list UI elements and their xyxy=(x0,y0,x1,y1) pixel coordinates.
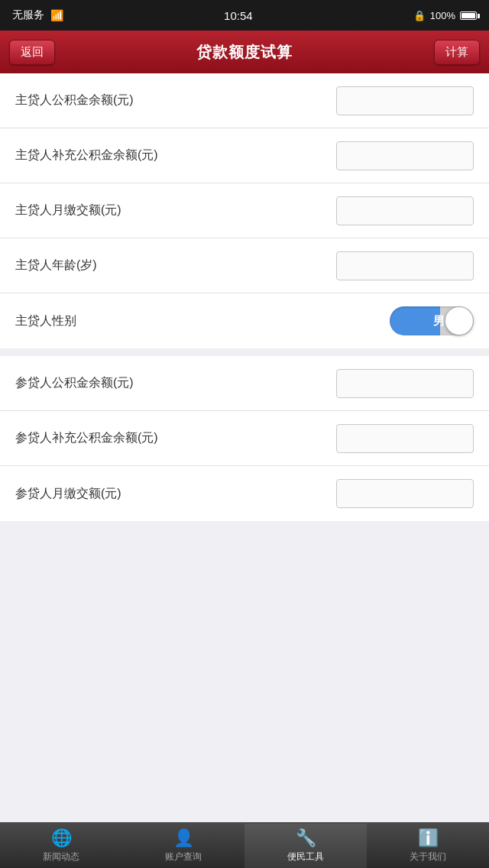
calc-button[interactable]: 计算 xyxy=(434,40,480,65)
toggle-knob xyxy=(445,307,473,335)
battery-text: 100% xyxy=(430,10,455,21)
input-co-monthly[interactable] xyxy=(336,479,474,508)
section-primary-borrower: 主贷人公积金余额(元) 主贷人补充公积金余额(元) 主贷人月缴交额(元) 主贷人… xyxy=(0,73,489,348)
signal-text: 无服务 xyxy=(12,8,44,22)
label-co-monthly: 参贷人月缴交额(元) xyxy=(15,486,121,502)
row-co-provident: 参贷人公积金余额(元) xyxy=(0,356,489,411)
tools-icon: 🔧 xyxy=(296,828,316,848)
status-bar: 无服务 📶 10:54 🔒 100% xyxy=(0,0,489,31)
gender-toggle[interactable]: 男 xyxy=(390,306,474,335)
label-main-gender: 主贷人性别 xyxy=(15,313,76,329)
status-time: 10:54 xyxy=(224,9,253,22)
account-icon: 👤 xyxy=(173,828,194,848)
input-main-age[interactable] xyxy=(336,251,474,280)
label-main-monthly: 主贷人月缴交额(元) xyxy=(15,202,121,219)
wifi-icon: 📶 xyxy=(50,9,63,21)
row-main-age: 主贷人年龄(岁) xyxy=(0,238,489,293)
row-co-supplement: 参贷人补充公积金余额(元) xyxy=(0,411,489,466)
tab-about-label: 关于我们 xyxy=(410,850,446,863)
input-main-monthly[interactable] xyxy=(336,196,474,225)
battery-icon xyxy=(460,11,477,20)
input-co-provident[interactable] xyxy=(336,369,474,398)
input-main-provident[interactable] xyxy=(336,86,474,115)
tab-news-label: 新闻动态 xyxy=(43,850,79,863)
lock-icon: 🔒 xyxy=(413,10,426,21)
tab-tools-label: 便民工具 xyxy=(287,850,324,863)
row-main-monthly: 主贷人月缴交额(元) xyxy=(0,183,489,238)
news-icon: 🌐 xyxy=(51,828,72,848)
row-co-monthly: 参贷人月缴交额(元) xyxy=(0,466,489,521)
label-main-age: 主贷人年龄(岁) xyxy=(15,257,97,274)
status-left: 无服务 📶 xyxy=(12,8,63,22)
row-main-gender: 主贷人性别 男 xyxy=(0,293,489,348)
input-co-supplement[interactable] xyxy=(336,424,474,453)
label-main-provident: 主贷人公积金余额(元) xyxy=(15,92,134,108)
section-secondary-borrower: 参贷人公积金余额(元) 参贷人补充公积金余额(元) 参贷人月缴交额(元) xyxy=(0,356,489,521)
row-main-provident: 主贷人公积金余额(元) xyxy=(0,73,489,128)
input-main-supplement[interactable] xyxy=(336,141,474,170)
content-area: 主贷人公积金余额(元) 主贷人补充公积金余额(元) 主贷人月缴交额(元) 主贷人… xyxy=(0,73,489,822)
tab-bar: 🌐 新闻动态 👤 账户查询 🔧 便民工具 ℹ️ 关于我们 xyxy=(0,822,489,868)
about-icon: ℹ️ xyxy=(418,828,439,848)
tab-account[interactable]: 👤 账户查询 xyxy=(122,824,244,868)
label-co-provident: 参贷人公积金余额(元) xyxy=(15,375,134,391)
back-button[interactable]: 返回 xyxy=(9,40,55,65)
label-co-supplement: 参贷人补充公积金余额(元) xyxy=(15,430,158,446)
label-main-supplement: 主贷人补充公积金余额(元) xyxy=(15,147,158,164)
tab-news[interactable]: 🌐 新闻动态 xyxy=(0,824,122,868)
tab-tools[interactable]: 🔧 便民工具 xyxy=(244,824,367,868)
tab-account-label: 账户查询 xyxy=(165,850,202,863)
row-main-supplement: 主贷人补充公积金余额(元) xyxy=(0,128,489,183)
page-title: 贷款额度试算 xyxy=(196,42,293,63)
nav-bar: 返回 贷款额度试算 计算 xyxy=(0,31,489,73)
tab-about[interactable]: ℹ️ 关于我们 xyxy=(367,824,489,868)
status-right: 🔒 100% xyxy=(413,10,477,21)
